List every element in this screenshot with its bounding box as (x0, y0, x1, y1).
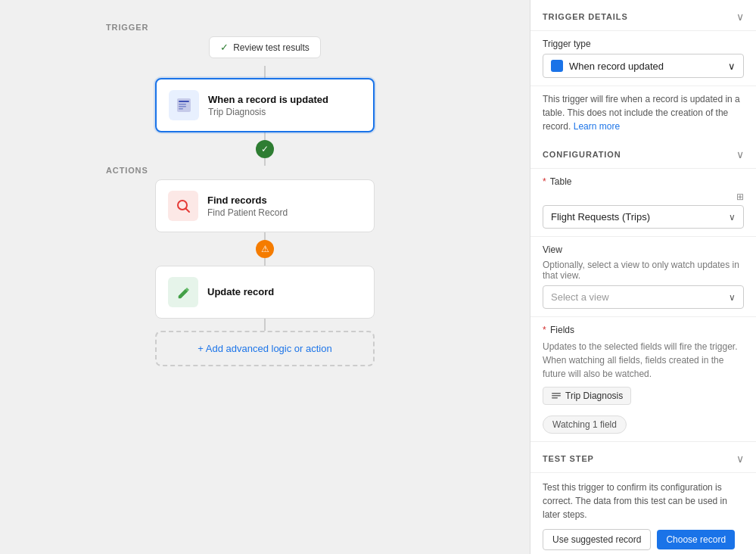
find-card-title: Find records (207, 195, 288, 206)
status-circle-warning: ⚠ (256, 240, 274, 258)
trigger-icon (169, 90, 199, 120)
table-select[interactable]: Flight Requests (Trips) ∨ (543, 205, 744, 229)
fields-group: * Fields Updates to the selected fields … (530, 317, 756, 442)
trigger-card-subtitle: Trip Diagnosis (208, 107, 328, 117)
test-step-title: TEST STEP (543, 454, 594, 463)
configuration-title: CONFIGURATION (543, 150, 621, 159)
test-step-header: TEST STEP ∨ (530, 442, 756, 473)
view-hint: Optionally, select a view to only watch … (543, 260, 744, 281)
svg-line-6 (186, 209, 190, 213)
view-select[interactable]: Select a view ∨ (543, 285, 744, 309)
calendar-icon (551, 60, 563, 72)
trigger-type-label: Trigger type (543, 39, 744, 49)
trigger-type-group: Trigger type When record updated ∨ (530, 31, 756, 86)
find-info: Find records Find Patient Record (207, 195, 288, 218)
check-icon: ✓ (220, 42, 229, 53)
trigger-card[interactable]: When a record is updated Trip Diagnosis (155, 78, 375, 132)
fields-label: * Fields (543, 325, 744, 335)
trigger-details-chevron[interactable]: ∨ (736, 11, 744, 23)
trigger-info-text: This trigger will fire when a record is … (530, 86, 756, 138)
field-tag-container: Trip Diagnosis (543, 387, 744, 409)
trigger-card-title: When a record is updated (208, 94, 328, 105)
configuration-header: CONFIGURATION ∨ (530, 138, 756, 169)
svg-rect-7 (552, 393, 561, 394)
table-chevron: ∨ (729, 212, 736, 223)
review-btn-label: Review test results (233, 42, 310, 53)
find-records-card[interactable]: Find records Find Patient Record (155, 179, 375, 232)
trigger-type-value-row: When record updated (551, 60, 664, 72)
actions-label: ACTIONS (106, 166, 148, 175)
left-panel: TRIGGER ✓ Review test results When a rec… (0, 0, 530, 554)
field-tag[interactable]: Trip Diagnosis (543, 387, 631, 405)
test-step-desc: Test this trigger to confirm its configu… (543, 481, 744, 521)
find-card-subtitle: Find Patient Record (207, 207, 288, 218)
trigger-description: This trigger will fire when a record is … (543, 94, 740, 132)
table-required: * (543, 176, 546, 187)
watching-tag-container: Watching 1 field (543, 416, 744, 434)
connector-line-4 (264, 319, 266, 331)
right-panel: TRIGGER DETAILS ∨ Trigger type When reco… (530, 0, 756, 554)
test-step-section: Test this trigger to confirm its configu… (530, 473, 756, 554)
table-label-text: Table (550, 176, 572, 187)
half-line-top2 (264, 232, 266, 240)
update-icon (168, 277, 198, 307)
add-action-card[interactable]: + Add advanced logic or action (155, 331, 375, 366)
svg-rect-3 (179, 106, 186, 107)
review-test-results-button[interactable]: ✓ Review test results (209, 36, 321, 58)
choose-record-button[interactable]: Choose record (657, 530, 735, 549)
svg-rect-2 (179, 104, 186, 105)
update-record-card[interactable]: Update record (155, 266, 375, 319)
view-label: View (543, 244, 744, 255)
half-line-bottom (264, 158, 266, 166)
svg-rect-8 (552, 395, 561, 397)
svg-rect-9 (552, 397, 558, 399)
trigger-type-select[interactable]: When record updated ∨ (543, 54, 744, 78)
trigger-label: TRIGGER (106, 23, 148, 32)
svg-rect-4 (179, 108, 183, 110)
update-card-title: Update record (207, 286, 274, 297)
find-icon (168, 191, 198, 221)
learn-more-link[interactable]: Learn more (574, 121, 620, 132)
view-group: View Optionally, select a view to only w… (530, 237, 756, 317)
watching-tag: Watching 1 field (543, 416, 627, 434)
trigger-details-header: TRIGGER DETAILS ∨ (530, 0, 756, 31)
field-tag-label: Trip Diagnosis (565, 391, 623, 401)
connector-2: ✓ (256, 132, 274, 166)
fields-required: * (543, 325, 546, 335)
update-info: Update record (207, 286, 274, 299)
trigger-details-title: TRIGGER DETAILS (543, 12, 628, 21)
test-step-chevron[interactable]: ∨ (736, 453, 744, 465)
trigger-info: When a record is updated Trip Diagnosis (208, 94, 328, 117)
configuration-chevron[interactable]: ∨ (736, 148, 744, 160)
half-line-top (264, 132, 266, 140)
svg-rect-1 (179, 101, 189, 102)
status-circle-green: ✓ (256, 140, 274, 158)
table-group: * Table ⊞ Flight Requests (Trips) ∨ (530, 169, 756, 237)
half-line-bottom2 (264, 258, 266, 266)
view-placeholder: Select a view (551, 291, 609, 303)
trigger-type-value: When record updated (569, 61, 664, 72)
table-value: Flight Requests (Trips) (551, 211, 650, 223)
connector-3: ⚠ (256, 232, 274, 266)
connector-line-1 (264, 66, 266, 78)
table-label: * Table (543, 176, 744, 187)
use-suggested-record-button[interactable]: Use suggested record (543, 529, 651, 550)
fields-label-text: Fields (550, 325, 574, 335)
svg-rect-0 (177, 98, 191, 112)
trigger-type-chevron: ∨ (728, 61, 736, 72)
fields-hint: Updates to the selected fields will fire… (543, 340, 744, 381)
test-btn-row: Use suggested record Choose record (543, 529, 744, 550)
view-chevron: ∨ (729, 292, 736, 303)
add-action-label: + Add advanced logic or action (198, 343, 331, 354)
workflow-container: TRIGGER ✓ Review test results When a rec… (15, 23, 515, 366)
